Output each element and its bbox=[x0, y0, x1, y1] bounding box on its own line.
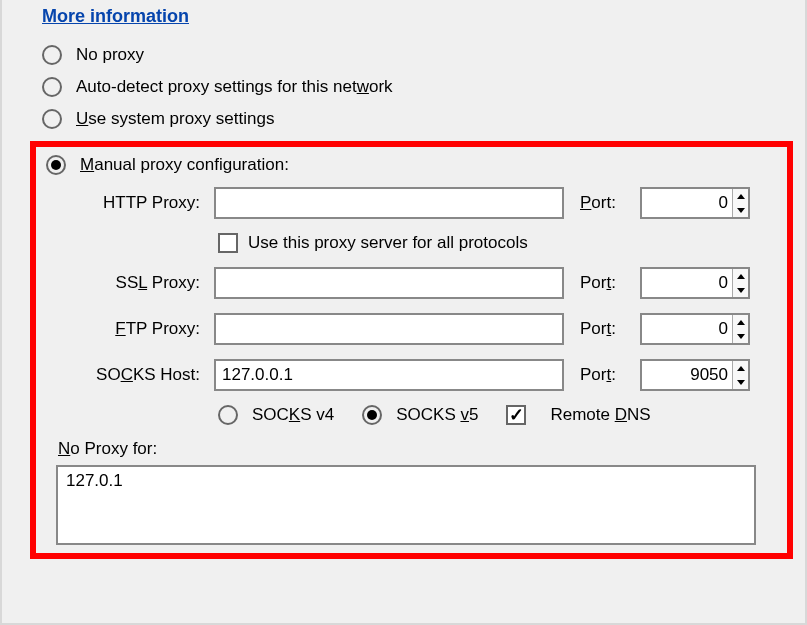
socks-host-label: SOCKS Host: bbox=[78, 365, 208, 385]
use-all-protocols-label: Use this proxy server for all protocols bbox=[248, 233, 528, 253]
spinner-up-icon[interactable] bbox=[733, 361, 748, 375]
radio-system-proxy[interactable] bbox=[42, 109, 62, 129]
http-proxy-row: HTTP Proxy: Port: bbox=[78, 187, 777, 219]
http-proxy-input[interactable] bbox=[214, 187, 564, 219]
no-proxy-for-input[interactable] bbox=[56, 465, 756, 545]
http-proxy-label: HTTP Proxy: bbox=[78, 193, 208, 213]
radio-system-proxy-label: Use system proxy settings bbox=[76, 109, 274, 129]
spinner-down-icon[interactable] bbox=[733, 375, 748, 389]
ssl-port-input[interactable] bbox=[642, 269, 732, 297]
socks-version-row: SOCKS v4 SOCKS v5 Remote DNS bbox=[218, 405, 777, 425]
remote-dns-label: Remote DNS bbox=[550, 405, 650, 425]
socks-host-input[interactable] bbox=[214, 359, 564, 391]
ssl-proxy-label: SSL Proxy: bbox=[78, 273, 208, 293]
radio-manual-proxy-row[interactable]: Manual proxy configuration: bbox=[46, 155, 777, 175]
radio-no-proxy-label: No proxy bbox=[76, 45, 144, 65]
remote-dns-checkbox[interactable] bbox=[506, 405, 526, 425]
radio-no-proxy[interactable] bbox=[42, 45, 62, 65]
ftp-proxy-label: FTP Proxy: bbox=[78, 319, 208, 339]
more-information-link[interactable]: More information bbox=[42, 6, 189, 27]
radio-manual-proxy-label: Manual proxy configuration: bbox=[80, 155, 289, 175]
radio-auto-detect-label: Auto-detect proxy settings for this netw… bbox=[76, 77, 393, 97]
radio-socks5-label: SOCKS v5 bbox=[396, 405, 478, 425]
socks-port-input[interactable] bbox=[642, 361, 732, 389]
spinner-up-icon[interactable] bbox=[733, 189, 748, 203]
socks-port-label: Port: bbox=[580, 365, 630, 385]
spinner-down-icon[interactable] bbox=[733, 283, 748, 297]
manual-proxy-group: HTTP Proxy: Port: Use this proxy server … bbox=[78, 187, 777, 425]
ftp-port-input[interactable] bbox=[642, 315, 732, 343]
radio-socks4-label: SOCKS v4 bbox=[252, 405, 334, 425]
no-proxy-for-label: No Proxy for: bbox=[58, 439, 777, 459]
ftp-port-spinner[interactable] bbox=[640, 313, 750, 345]
radio-auto-detect-row[interactable]: Auto-detect proxy settings for this netw… bbox=[42, 77, 789, 97]
ftp-proxy-row: FTP Proxy: Port: bbox=[78, 313, 777, 345]
ssl-proxy-row: SSL Proxy: Port: bbox=[78, 267, 777, 299]
ftp-proxy-input[interactable] bbox=[214, 313, 564, 345]
socks-port-spinner[interactable] bbox=[640, 359, 750, 391]
socks-host-row: SOCKS Host: Port: bbox=[78, 359, 777, 391]
ftp-port-label: Port: bbox=[580, 319, 630, 339]
http-port-spinner[interactable] bbox=[640, 187, 750, 219]
http-port-label: Port: bbox=[580, 193, 630, 213]
radio-socks5[interactable] bbox=[362, 405, 382, 425]
use-all-protocols-row[interactable]: Use this proxy server for all protocols bbox=[218, 233, 777, 253]
spinner-down-icon[interactable] bbox=[733, 329, 748, 343]
radio-no-proxy-row[interactable]: No proxy bbox=[42, 45, 789, 65]
ssl-proxy-input[interactable] bbox=[214, 267, 564, 299]
ssl-port-label: Port: bbox=[580, 273, 630, 293]
spinner-down-icon[interactable] bbox=[733, 203, 748, 217]
connection-settings-panel: More information No proxy Auto-detect pr… bbox=[0, 0, 807, 625]
radio-system-proxy-row[interactable]: Use system proxy settings bbox=[42, 109, 789, 129]
ssl-port-spinner[interactable] bbox=[640, 267, 750, 299]
spinner-up-icon[interactable] bbox=[733, 315, 748, 329]
radio-socks4[interactable] bbox=[218, 405, 238, 425]
http-port-input[interactable] bbox=[642, 189, 732, 217]
manual-proxy-highlight: Manual proxy configuration: HTTP Proxy: … bbox=[30, 141, 793, 559]
radio-manual-proxy[interactable] bbox=[46, 155, 66, 175]
spinner-up-icon[interactable] bbox=[733, 269, 748, 283]
radio-auto-detect[interactable] bbox=[42, 77, 62, 97]
use-all-protocols-checkbox[interactable] bbox=[218, 233, 238, 253]
